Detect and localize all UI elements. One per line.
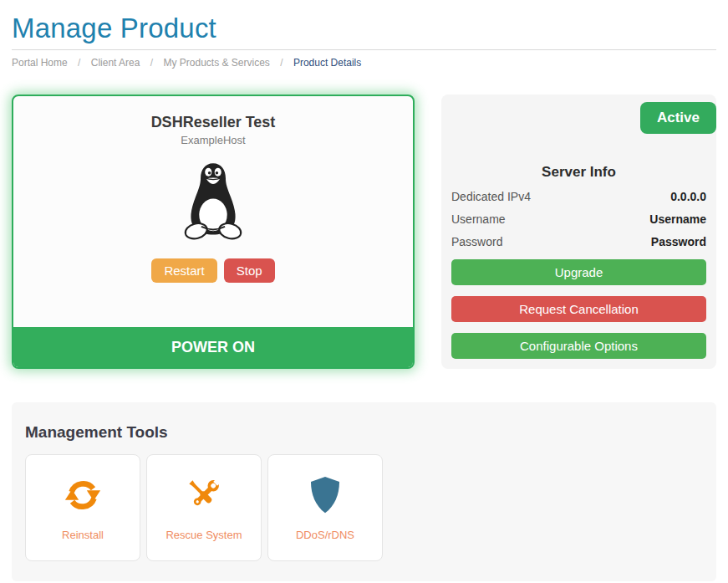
management-tools-card: Management Tools Reinstall (12, 402, 716, 581)
shield-icon (304, 474, 346, 516)
power-status-bar: POWER ON (13, 327, 413, 367)
server-info-rows: Dedicated IPv4 0.0.0.0 Username Username… (451, 190, 706, 248)
info-label: Password (451, 235, 502, 248)
page: Manage Product Portal Home / Client Area… (0, 13, 728, 581)
server-info-card: Active Server Info Dedicated IPv4 0.0.0.… (441, 95, 716, 369)
status-badge: Active (640, 102, 716, 134)
stop-button[interactable]: Stop (224, 258, 275, 283)
info-row-password: Password Password (451, 235, 706, 248)
product-hostname: ExampleHost (181, 134, 245, 146)
info-label: Username (451, 212, 506, 226)
title-divider (12, 49, 716, 50)
breadcrumb-separator: / (280, 57, 283, 69)
tool-label: Rescue System (165, 529, 242, 541)
breadcrumb: Portal Home / Client Area / My Products … (12, 57, 716, 69)
product-card: DSHReseller Test ExampleHost (12, 95, 415, 369)
tool-label: DDoS/rDNS (296, 529, 354, 541)
info-value: 0.0.0.0 (670, 190, 706, 203)
main-row: DSHReseller Test ExampleHost (12, 95, 716, 369)
power-controls: Restart Stop (151, 258, 274, 283)
tool-tile-reinstall[interactable]: Reinstall (25, 454, 140, 561)
management-tools-row: Reinstall (25, 454, 703, 561)
info-row-dedicated-ipv4: Dedicated IPv4 0.0.0.0 (451, 190, 706, 203)
breadcrumb-separator: / (78, 57, 80, 69)
product-name: DSHReseller Test (151, 114, 276, 131)
tux-linux-icon (176, 158, 250, 245)
screwdriver-wrench-icon (183, 474, 225, 516)
breadcrumb-portal-home[interactable]: Portal Home (12, 57, 68, 69)
request-cancellation-button[interactable]: Request Cancellation (451, 296, 706, 322)
breadcrumb-client-area[interactable]: Client Area (91, 57, 140, 69)
info-value: Username (649, 212, 706, 226)
info-row-username: Username Username (451, 212, 706, 226)
page-title: Manage Product (12, 13, 716, 44)
tool-tile-ddos-rdns[interactable]: DDoS/rDNS (267, 454, 383, 561)
breadcrumb-product-details[interactable]: Product Details (293, 57, 361, 69)
sync-icon (62, 474, 104, 516)
breadcrumb-separator: / (150, 57, 153, 69)
restart-button[interactable]: Restart (151, 258, 216, 283)
management-tools-heading: Management Tools (25, 423, 703, 442)
breadcrumb-my-products[interactable]: My Products & Services (163, 57, 269, 69)
tool-tile-rescue-system[interactable]: Rescue System (146, 454, 262, 561)
configurable-options-button[interactable]: Configurable Options (451, 333, 706, 359)
upgrade-button[interactable]: Upgrade (451, 259, 706, 285)
tool-label: Reinstall (62, 529, 104, 541)
info-value: Password (651, 235, 706, 248)
info-label: Dedicated IPv4 (451, 190, 531, 203)
